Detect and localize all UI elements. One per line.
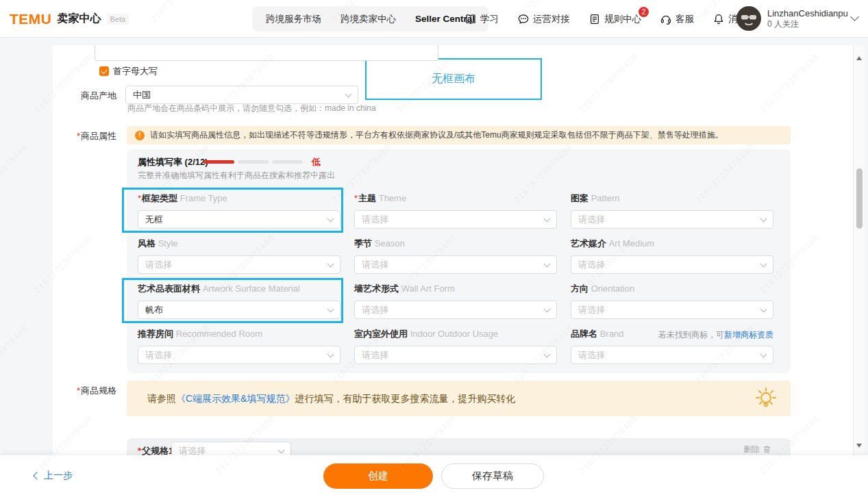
chevron-down-icon [760, 215, 767, 222]
fill-rate-hint: 完整并准确地填写属性有利于商品在搜索和推荐中露出 [138, 170, 335, 181]
watermark-text: 21673723978488 [0, 142, 30, 205]
chevron-down-icon [544, 305, 551, 312]
theme-select[interactable]: 请选择 [354, 210, 557, 229]
scrollbar-thumb[interactable] [856, 168, 863, 229]
book-icon [464, 13, 477, 25]
required-mark: * [138, 193, 141, 203]
progress-segment-filled [203, 160, 234, 164]
chevron-down-icon [345, 90, 352, 97]
annotation-box: 无框画布 [365, 58, 542, 100]
progress-segment [272, 160, 303, 164]
document-icon [588, 13, 601, 25]
warning-text: 请如实填写商品属性信息，如出现描述不符等违规情形，平台方有权依据商家协议及/或其… [150, 129, 723, 141]
temu-logo[interactable]: TEMU [10, 11, 52, 27]
specs-tip-suffix: 进行填写，有助于获取更多搜索流量，提升购买转化 [295, 393, 515, 404]
headset-icon [660, 13, 672, 25]
notification-badge: 2 [638, 7, 649, 17]
seller-center-page: 无框画布 首字母大写 商品产地 中国 商品产地会在商品条码中展示，请勿随意勾选，… [0, 0, 868, 497]
watermark-text: 21673723978488 [0, 322, 30, 385]
fill-rate-progress [203, 160, 303, 164]
required-mark: * [77, 131, 80, 141]
chevron-down-icon [327, 305, 334, 312]
nav-tab-seller-center[interactable]: 跨境卖家中心 [331, 13, 406, 25]
chevron-down-icon [544, 351, 551, 357]
artwork-surface-material-select[interactable]: 帆布 [138, 301, 340, 319]
origin-select[interactable]: 中国 [125, 86, 358, 104]
field-recommended-room: 推荐房间 Recommended Room 请选择 [138, 328, 340, 364]
recommended-room-select[interactable]: 请选择 [138, 346, 340, 364]
user-followers: 0 人关注 [767, 19, 848, 29]
vertical-scrollbar[interactable] [853, 45, 865, 455]
chat-icon [517, 13, 530, 25]
fill-rate-level: 低 [312, 156, 321, 168]
field-style: 风格 Style 请选择 [138, 238, 340, 274]
orientation-select[interactable]: 请选择 [571, 301, 773, 319]
add-trademark-link[interactable]: 新增商标资质 [724, 330, 773, 340]
specs-tip-banner: 请参照《C端展示效果&填写规范》进行填写，有助于获取更多搜索流量，提升购买转化 [127, 381, 791, 416]
chevron-down-icon [760, 260, 767, 267]
field-indoor-outdoor-usage: 室内室外使用 Indoor Outdoor Usage 请选择 [354, 328, 557, 364]
save-draft-button[interactable]: 保存草稿 [441, 463, 544, 489]
field-artwork-surface-material: 艺术品表面材料 Artwork Surface Material 帆布 [138, 283, 340, 319]
user-name: LinzhanCeshidianpu [767, 8, 848, 19]
app-title: 卖家中心 [58, 12, 101, 26]
user-account-chip[interactable]: LinzhanCeshidianpu 0 人关注 [736, 6, 848, 31]
pattern-select[interactable]: 请选择 [571, 210, 773, 229]
bell-icon [712, 13, 725, 25]
specs-tip-prefix: 请参照 [147, 393, 176, 404]
chevron-down-icon [327, 215, 334, 222]
field-frame-type: *框架类型 Frame Type 无框 [138, 192, 340, 229]
menu-item-learn[interactable]: 学习 [464, 13, 499, 25]
chevron-down-icon[interactable] [850, 12, 859, 21]
fill-rate-title: 属性填写率 (2/12) [138, 156, 208, 168]
season-select[interactable]: 请选择 [354, 255, 557, 274]
annotation-text: 无框画布 [432, 72, 475, 86]
chevron-down-icon [760, 305, 767, 312]
menu-item-support[interactable]: 客服 [660, 13, 694, 25]
field-season: 季节 Season 请选择 [354, 238, 557, 274]
nav-tab-service-market[interactable]: 跨境服务市场 [256, 13, 331, 25]
scrollbar-up-arrow-icon[interactable] [856, 56, 862, 60]
origin-value: 中国 [133, 89, 151, 101]
indoor-outdoor-usage-select[interactable]: 请选择 [354, 346, 557, 364]
bulb-icon [752, 385, 780, 415]
required-mark: * [77, 385, 80, 396]
chevron-left-icon [33, 472, 40, 479]
brand-extra-note: 若未找到商标，可新增商标资质 [658, 329, 773, 341]
header-nav: 跨境服务市场 跨境卖家中心 Seller Central [252, 6, 488, 31]
required-mark: * [138, 446, 141, 456]
header-menu: 学习 运营对接 规则中心 2 客服 消息 [464, 0, 747, 38]
bottom-action-bar: 上一步 创建 保存草稿 [0, 455, 868, 497]
top-header: TEMU 卖家中心 Beta 跨境服务市场 跨境卖家中心 Seller Cent… [0, 0, 868, 38]
field-orientation: 方向 Orientation 请选择 [571, 283, 773, 319]
style-select[interactable]: 请选择 [138, 255, 340, 274]
back-button[interactable]: 上一步 [34, 470, 73, 482]
art-medium-select[interactable]: 请选择 [571, 255, 773, 274]
create-button[interactable]: 创建 [323, 463, 433, 489]
brand-select[interactable]: 请选择 [571, 346, 773, 364]
beta-badge: Beta [107, 14, 129, 25]
logo-group[interactable]: TEMU 卖家中心 Beta [10, 0, 129, 38]
avatar [736, 6, 761, 31]
attributes-warning-banner: ! 请如实填写商品属性信息，如出现描述不符等违规情形，平台方有权依据商家协议及/… [127, 126, 791, 144]
field-theme: *主题 Theme 请选择 [354, 192, 557, 229]
chevron-down-icon [327, 351, 334, 357]
origin-label: 商品产地 [53, 90, 116, 102]
checkbox-checked-icon[interactable] [99, 66, 109, 76]
scrollbar-down-arrow-icon[interactable] [856, 444, 862, 448]
delete-spec-button[interactable]: 删除 [743, 444, 771, 455]
field-wall-art-form: 墙艺术形式 Wall Art Form 请选择 [354, 283, 557, 319]
chevron-down-icon [544, 260, 551, 267]
chevron-down-icon [327, 260, 334, 267]
frame-type-select[interactable]: 无框 [138, 210, 340, 229]
required-mark: * [354, 193, 358, 203]
field-pattern: 图案 Pattern 请选择 [571, 192, 773, 229]
specs-guide-link[interactable]: 《C端展示效果&填写规范》 [176, 393, 295, 404]
menu-item-rules-center[interactable]: 规则中心 2 [588, 13, 641, 25]
capitalize-checkbox-row[interactable]: 首字母大写 [99, 65, 158, 77]
chevron-down-icon [760, 351, 767, 357]
wall-art-form-select[interactable]: 请选择 [354, 301, 557, 319]
capitalize-label: 首字母大写 [113, 65, 158, 77]
product-name-input-partial[interactable] [95, 45, 438, 61]
menu-item-operations[interactable]: 运营对接 [517, 13, 570, 25]
